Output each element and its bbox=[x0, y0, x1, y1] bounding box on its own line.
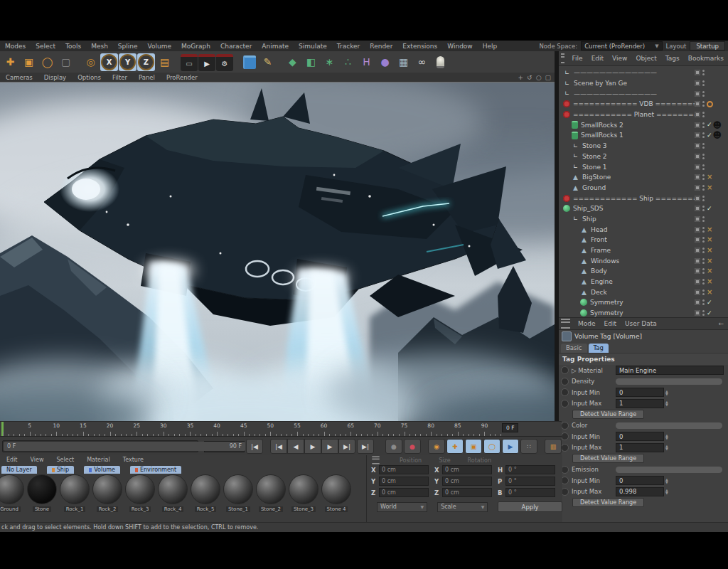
hamburger-icon[interactable] bbox=[561, 53, 564, 63]
position-z-field[interactable]: 0 cm bbox=[379, 488, 429, 497]
attr-number-field[interactable]: 0.998 bbox=[616, 487, 664, 496]
stepper[interactable]: ▲▼ bbox=[665, 478, 668, 484]
visibility-dots[interactable] bbox=[702, 279, 705, 284]
rotation-h-field[interactable]: 0 ° bbox=[505, 465, 555, 474]
key-pla-toggle[interactable]: ∷ bbox=[520, 439, 537, 454]
x-tag-icon[interactable]: × bbox=[707, 184, 712, 191]
visibility-dots[interactable] bbox=[702, 80, 705, 86]
object-menu-edit[interactable]: Edit bbox=[587, 55, 608, 62]
menu-tools[interactable]: Tools bbox=[60, 43, 86, 50]
gradient-bar[interactable] bbox=[616, 378, 722, 385]
material-menu-material[interactable]: Material bbox=[80, 457, 117, 463]
key-scale-toggle[interactable]: ▣ bbox=[465, 439, 482, 454]
render-visibility-toggle[interactable] bbox=[695, 91, 700, 97]
visibility-dots[interactable] bbox=[702, 101, 705, 107]
visibility-dots[interactable] bbox=[702, 216, 705, 222]
render-visibility-toggle[interactable] bbox=[695, 299, 700, 305]
attribute-menu-user-data[interactable]: User Data bbox=[621, 320, 661, 327]
check-tag-icon[interactable]: ✓ bbox=[707, 206, 712, 212]
coord-system-toggle[interactable]: ▤ bbox=[156, 53, 173, 71]
viewport-menu-display[interactable]: Display bbox=[38, 74, 72, 81]
x-tag-icon[interactable]: × bbox=[707, 247, 712, 254]
viewport-menu-options[interactable]: Options bbox=[72, 74, 107, 81]
move-tool[interactable]: ✚ bbox=[1, 53, 19, 71]
node-space-dropdown[interactable]: Current (ProRender)▼ bbox=[581, 41, 662, 50]
material-thumb-stone-1[interactable] bbox=[222, 474, 255, 505]
coordinate-space-dropdown[interactable]: World▼ bbox=[377, 502, 427, 512]
menu-extensions[interactable]: Extensions bbox=[397, 43, 442, 50]
render-visibility-toggle[interactable] bbox=[695, 196, 700, 201]
size-mode-dropdown[interactable]: Scale▼ bbox=[437, 502, 488, 512]
material-thumb-rock-1[interactable] bbox=[58, 474, 91, 505]
position-y-field[interactable]: 0 cm bbox=[379, 477, 429, 486]
stepper[interactable]: ▲▼ bbox=[665, 445, 668, 450]
render-visibility-toggle[interactable] bbox=[695, 185, 700, 191]
attribute-menu-mode[interactable]: Mode bbox=[574, 320, 600, 327]
render-visibility-toggle[interactable] bbox=[695, 122, 700, 128]
menu-character[interactable]: Character bbox=[215, 43, 257, 50]
animation-dot-icon[interactable] bbox=[561, 432, 569, 440]
x-tag-icon[interactable]: × bbox=[707, 278, 712, 285]
cluster-menu[interactable]: ∴ bbox=[339, 53, 357, 71]
visibility-dots[interactable] bbox=[702, 185, 705, 191]
menu-simulate[interactable]: Simulate bbox=[294, 43, 332, 50]
stepper[interactable]: ▲▼ bbox=[665, 400, 668, 406]
layer-tab-volume[interactable]: Volume bbox=[84, 466, 120, 474]
goto-start-button[interactable]: |◀ bbox=[246, 439, 263, 454]
render-visibility-toggle[interactable] bbox=[695, 248, 700, 253]
object-row-planet[interactable]: =========== Planet =========== bbox=[559, 110, 728, 120]
menu-modes[interactable]: Modes bbox=[0, 43, 31, 50]
menu-volume[interactable]: Volume bbox=[143, 43, 176, 50]
material-menu-view[interactable]: View bbox=[24, 457, 50, 463]
attribute-menu-edit[interactable]: Edit bbox=[600, 320, 621, 327]
layer-tab-no-layer[interactable]: No Layer bbox=[1, 466, 37, 474]
render-visibility-toggle[interactable] bbox=[695, 289, 700, 295]
key-rotation-toggle[interactable]: ◯ bbox=[483, 439, 500, 454]
object-row-windows[interactable]: ▲Windows× bbox=[559, 255, 728, 266]
light-menu[interactable] bbox=[432, 53, 449, 71]
render-settings-button[interactable]: ⚙ bbox=[216, 54, 233, 71]
attr-value-field[interactable]: Main Engine bbox=[616, 366, 724, 375]
apply-button[interactable]: Apply bbox=[498, 501, 562, 512]
material-thumb-rock-3[interactable] bbox=[124, 474, 156, 505]
viewport-menu-panel[interactable]: Panel bbox=[133, 74, 161, 81]
render-visibility-toggle[interactable] bbox=[695, 216, 700, 222]
prev-key-button[interactable]: |◀ bbox=[270, 439, 287, 454]
material-thumb-stone-3[interactable] bbox=[287, 474, 320, 505]
axis-x-toggle[interactable]: X bbox=[100, 53, 118, 71]
animation-dot-icon[interactable] bbox=[561, 400, 569, 408]
object-row-stone-2[interactable]: ∟Stone 2 bbox=[559, 151, 728, 162]
animation-dot-icon[interactable] bbox=[561, 444, 569, 452]
render-visibility-toggle[interactable] bbox=[695, 237, 700, 243]
x-tag-icon[interactable]: × bbox=[707, 289, 712, 296]
last-tool[interactable]: ▢ bbox=[57, 53, 75, 71]
gradient-bar[interactable] bbox=[616, 467, 722, 473]
next-key-button[interactable]: ▶| bbox=[338, 439, 355, 454]
key-parameter-toggle[interactable]: ▶ bbox=[502, 439, 519, 454]
menu-spline[interactable]: Spline bbox=[113, 43, 143, 50]
prev-frame-button[interactable]: ◀ bbox=[287, 439, 304, 454]
visibility-dots[interactable] bbox=[702, 310, 705, 316]
attr-number-field[interactable]: 1 bbox=[616, 443, 664, 452]
render-visibility-toggle[interactable] bbox=[695, 206, 700, 211]
x-tag-icon[interactable]: × bbox=[707, 226, 712, 233]
key-position-toggle[interactable]: ✚ bbox=[446, 439, 464, 454]
x-tag-icon[interactable]: × bbox=[707, 236, 712, 243]
stepper[interactable]: ▲▼ bbox=[665, 434, 668, 440]
menu-tracker[interactable]: Tracker bbox=[332, 43, 365, 50]
material-thumb-stone-4[interactable] bbox=[320, 474, 353, 505]
camera-menu[interactable]: ∞ bbox=[413, 53, 431, 71]
menu-mograph[interactable]: MoGraph bbox=[176, 43, 215, 50]
subdivision-surface-menu[interactable]: H bbox=[358, 53, 375, 71]
visibility-dots[interactable] bbox=[702, 112, 705, 117]
record-button[interactable]: ● bbox=[385, 439, 402, 454]
visibility-dots[interactable] bbox=[702, 122, 705, 128]
play-button[interactable]: ▶ bbox=[304, 439, 321, 454]
viewport-corner-icon-3[interactable]: ▢ bbox=[545, 74, 551, 81]
keyframe-button[interactable]: ◉ bbox=[428, 439, 445, 454]
next-frame-button[interactable]: ▶ bbox=[321, 439, 338, 454]
tab-basic[interactable]: Basic bbox=[561, 344, 587, 353]
axis-y-toggle[interactable]: Y bbox=[119, 53, 136, 71]
check-tag-icon[interactable]: ✓ bbox=[707, 299, 712, 306]
render-visibility-toggle[interactable] bbox=[695, 174, 700, 180]
